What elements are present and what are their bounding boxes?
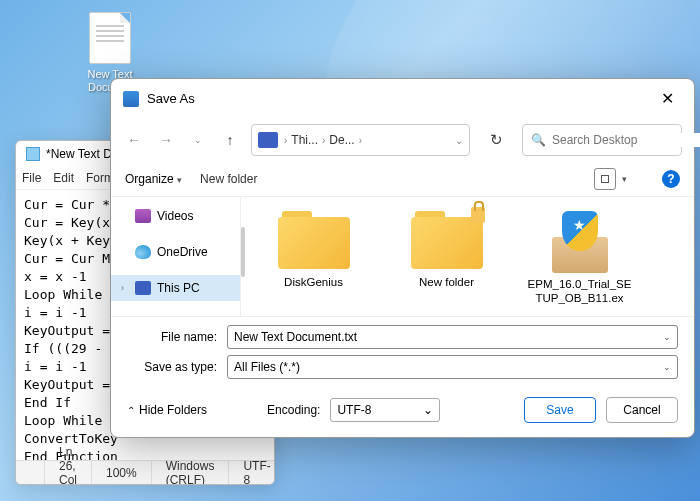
chevron-up-icon: ⌃	[127, 405, 135, 416]
notepad-statusbar: Ln 26, Col 13 100% Windows (CRLF) UTF-8	[16, 460, 274, 484]
save-as-dialog: Save As ✕ ← → ⌄ ↑ › Thi... › De... › ⌄ ↻…	[110, 78, 695, 438]
status-zoom: 100%	[91, 461, 151, 484]
onedrive-icon	[135, 245, 151, 259]
pc-icon	[258, 132, 278, 148]
installer-icon	[544, 211, 616, 273]
file-pane[interactable]: DiskGenius New folder EPM_16.0_Trial_SET…	[241, 197, 694, 316]
folder-icon	[411, 211, 483, 269]
chevron-down-icon[interactable]: ⌄	[663, 332, 671, 342]
encoding-label: Encoding:	[267, 403, 320, 417]
nav-tree: Videos OneDrive ›This PC ›DVD Drive (D:)…	[111, 197, 241, 316]
chevron-down-icon[interactable]: ⌄	[663, 362, 671, 372]
pc-icon	[135, 281, 151, 295]
dialog-titlebar[interactable]: Save As ✕	[111, 79, 694, 118]
close-button[interactable]: ✕	[653, 87, 682, 110]
dialog-icon	[123, 91, 139, 107]
tree-videos[interactable]: Videos	[111, 203, 240, 229]
chevron-right-icon: ›	[284, 135, 287, 146]
folder-icon	[278, 211, 350, 269]
dialog-title: Save As	[147, 91, 653, 106]
chevron-down-icon[interactable]: ⌄	[455, 135, 463, 146]
filename-input[interactable]	[234, 330, 663, 344]
crumb-thispc[interactable]: Thi...	[291, 133, 318, 147]
status-encoding: UTF-8	[228, 461, 275, 484]
file-newfolder[interactable]: New folder	[394, 211, 499, 302]
chevron-right-icon: ›	[322, 135, 325, 146]
file-diskgenius[interactable]: DiskGenius	[261, 211, 366, 302]
hide-folders-button[interactable]: ⌃Hide Folders	[127, 403, 207, 417]
recent-button[interactable]: ⌄	[187, 129, 209, 151]
tree-dvd[interactable]: ›DVD Drive (D:) CO	[111, 311, 240, 316]
help-button[interactable]: ?	[662, 170, 680, 188]
text-file-icon	[89, 12, 131, 64]
encoding-select[interactable]: UTF-8⌄	[330, 398, 440, 422]
chevron-down-icon[interactable]: ⌄	[423, 403, 433, 417]
search-icon: 🔍	[531, 133, 546, 147]
nav-row: ← → ⌄ ↑ › Thi... › De... › ⌄ ↻ 🔍	[111, 118, 694, 162]
search-box[interactable]: 🔍	[522, 124, 682, 156]
forward-button[interactable]: →	[155, 129, 177, 151]
breadcrumb[interactable]: › Thi... › De... › ⌄	[251, 124, 470, 156]
up-button[interactable]: ↑	[219, 129, 241, 151]
file-epm[interactable]: EPM_16.0_Trial_SETUP_OB_B11.ex	[527, 211, 632, 302]
view-button[interactable]	[594, 168, 616, 190]
cancel-button[interactable]: Cancel	[606, 397, 678, 423]
menu-file[interactable]: File	[22, 171, 41, 185]
tree-onedrive[interactable]: OneDrive	[111, 239, 240, 265]
tree-thispc[interactable]: ›This PC	[111, 275, 240, 301]
organize-menu[interactable]: Organize ▾	[125, 172, 182, 186]
status-position: Ln 26, Col 13	[44, 461, 91, 484]
notepad-icon	[26, 147, 40, 161]
videos-icon	[135, 209, 151, 223]
lock-icon	[471, 207, 485, 223]
menu-edit[interactable]: Edit	[53, 171, 74, 185]
chevron-right-icon: ›	[359, 135, 362, 146]
filename-label: File name:	[127, 330, 227, 344]
saveastype-label: Save as type:	[127, 360, 227, 374]
dialog-toolbar: Organize ▾ New folder ?	[111, 162, 694, 196]
search-input[interactable]	[552, 133, 700, 147]
new-folder-button[interactable]: New folder	[200, 172, 257, 186]
status-eol: Windows (CRLF)	[151, 461, 229, 484]
back-button[interactable]: ←	[123, 129, 145, 151]
crumb-desktop[interactable]: De...	[329, 133, 354, 147]
saveastype-field[interactable]: All Files (*.*)⌄	[227, 355, 678, 379]
filename-field[interactable]: ⌄	[227, 325, 678, 349]
chevron-right-icon[interactable]: ›	[121, 283, 129, 293]
refresh-button[interactable]: ↻	[480, 124, 512, 156]
save-button[interactable]: Save	[524, 397, 596, 423]
